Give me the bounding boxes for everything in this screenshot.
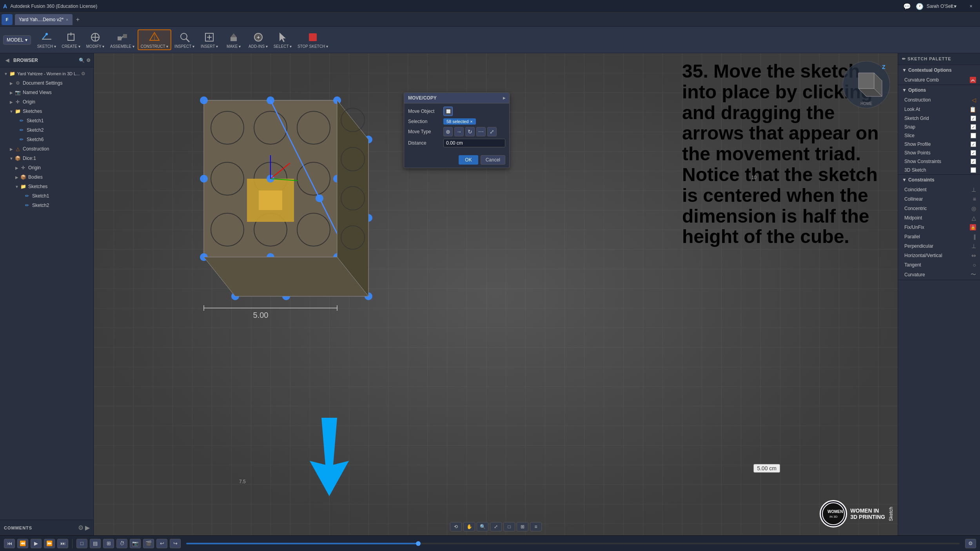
active-tab[interactable]: Yard Yah....Demo v2* × [15,14,73,25]
sidebar-item-sketches[interactable]: ▼ 📁 Sketches [0,107,94,116]
move-more-icon[interactable]: ⋯ [476,127,486,136]
maximize-button[interactable]: □ [944,0,962,13]
sidebar-item-origin[interactable]: ▶ ✛ Origin [0,97,94,107]
minimize-button[interactable]: – [926,0,944,13]
sidebar-item-named-views[interactable]: ▶ 📷 Named Views [0,88,94,97]
options-title[interactable]: ▼ Options [898,85,980,95]
clear-selection-icon[interactable]: × [470,119,472,124]
sidebar-item-sketch2a[interactable]: ✏ Sketch2 [0,125,94,135]
collinear-icon[interactable]: ≡ [973,196,976,202]
toolbar-modify[interactable]: MODIFY ▾ [83,30,107,49]
toolbar-construct[interactable]: CONSTRUCT ▾ [138,29,171,50]
fit-icon[interactable]: ⤢ [490,522,502,531]
settings-icon[interactable]: ⚙ [81,71,85,76]
dialog-title-bar[interactable]: MOVE/COPY ▸ [404,93,509,103]
move-free-icon[interactable]: ⊕ [443,127,453,136]
timeline-btn-4[interactable]: ⏱ [116,539,127,548]
timeline-btn-8[interactable]: ↪ [170,539,181,548]
notifications-icon[interactable]: 💬 [902,1,913,12]
sidebar-item-sketch1a[interactable]: ✏ Sketch1 [0,116,94,125]
viewport[interactable]: 5.00 35. Move the sketch into place by c… [94,53,898,535]
model-dropdown[interactable]: MODEL ▾ [3,35,31,45]
timeline-btn-6[interactable]: 🎬 [143,539,154,548]
play-prev-button[interactable]: ⏪ [17,539,28,548]
sidebar-item-sketch2b[interactable]: ✏ Sketch2 [0,201,94,210]
play-next-button[interactable]: ⏩ [44,539,55,548]
close-button[interactable]: × [962,0,980,13]
comments-expand-icon[interactable]: ⚙ [78,524,83,531]
toolbar-assemble[interactable]: ASSEMBLE ▾ [108,30,137,49]
pan-icon[interactable]: ✋ [463,522,475,531]
move-expand-icon[interactable]: ⤢ [487,127,497,136]
horiz-vert-icon[interactable]: ⇔ [971,252,976,259]
view-gizmo[interactable]: Z HOME [843,61,890,108]
timeline-btn-1[interactable]: □ [76,539,87,548]
display-icon[interactable]: □ [503,522,515,531]
sidebar-item-dice1[interactable]: ▼ 📦 Dice:1 [0,154,94,163]
sidebar-item-sketches2[interactable]: ▼ 📁 Sketches [0,182,94,191]
sidebar-item-construction[interactable]: ▶ △ Construction [0,144,94,154]
look-at-icon[interactable]: 📋 [969,106,976,112]
perpendicular-icon[interactable]: ⊥ [971,243,976,249]
show-profile-checkbox[interactable] [971,141,976,147]
browser-settings-icon[interactable]: ⚙ [86,58,91,63]
sidebar-item-sketch1b[interactable]: ✏ Sketch1 [0,191,94,201]
orbit-icon[interactable]: ⟲ [450,522,462,531]
dialog-collapse-icon[interactable]: ▸ [503,95,505,101]
toolbar-create[interactable]: CREATE ▾ [59,30,83,49]
sidebar-item-bodies[interactable]: ▶ 📦 Bodies [0,172,94,182]
toolbar-addins[interactable]: + ADD-INS ▾ [246,30,270,49]
toolbar-make[interactable]: MAKE ▾ [222,30,245,49]
midpoint-icon[interactable]: △ [972,215,976,221]
show-constraints-checkbox[interactable] [971,159,976,164]
constraints-title[interactable]: ▼ Constraints [898,175,980,185]
curvature-comb-icon[interactable] [970,77,976,83]
timeline-btn-3[interactable]: ⊞ [103,539,114,548]
tangent-icon[interactable]: ○ [973,262,976,268]
zoom-icon[interactable]: 🔍 [477,522,488,531]
browser-search-icon[interactable]: 🔍 [79,58,85,63]
more-display-icon[interactable]: ≡ [530,522,542,531]
clock-icon[interactable]: 🕐 [914,1,925,12]
ok-button[interactable]: OK [459,155,478,165]
dimension-label-bottom[interactable]: 5.00 cm [753,464,780,473]
toolbar-select[interactable]: SELECT ▾ [271,30,294,49]
fix-unfix-icon[interactable]: 🔒 [970,224,976,230]
timeline-track[interactable] [186,543,960,544]
sketch-grid-checkbox[interactable] [971,116,976,121]
3d-sketch-checkbox[interactable] [971,167,976,173]
sidebar-item-sketch6[interactable]: ✏ Sketch6 [0,135,94,144]
concentric-icon[interactable]: ◎ [971,205,976,212]
timeline-cursor[interactable] [416,541,421,546]
snap-checkbox[interactable] [971,124,976,130]
toolbar-inspect[interactable]: INSPECT ▾ [172,30,197,49]
toolbar-sketch[interactable]: SKETCH ▾ [35,30,58,49]
toolbar-insert[interactable]: INSERT ▾ [198,30,221,49]
construction-arrow-icon[interactable]: ◁ [972,97,976,103]
sidebar-item-root[interactable]: ▼ 📁 Yard Yahtzee - Women in 3D L... ⚙ [0,69,94,78]
distance-input[interactable]: 0.00 cm [443,139,505,147]
show-points-checkbox[interactable] [971,150,976,156]
play-start-button[interactable]: ⏮ [4,539,15,548]
move-object-icon-btn[interactable]: 🔲 [443,107,453,116]
coincident-icon[interactable]: ⊥ [971,187,976,193]
curvature-constraint-icon[interactable]: 〜 [971,271,976,278]
tab-close-button[interactable]: × [66,17,68,22]
play-button[interactable]: ▶ [31,539,42,548]
sidebar-item-doc-settings[interactable]: ▶ ⚙ Document Settings [0,78,94,88]
cancel-button[interactable]: Cancel [481,155,505,165]
browser-expand-icon[interactable]: ◀ [3,56,11,64]
selection-badge[interactable]: 58 selected × [443,118,476,125]
new-tab-button[interactable]: + [73,15,83,24]
timeline-btn-5[interactable]: 📷 [130,539,141,548]
grid-toggle-icon[interactable]: ⊞ [517,522,528,531]
toolbar-stopsketch[interactable]: STOP SKETCH ▾ [295,30,330,49]
move-rotate-icon[interactable]: ↻ [465,127,475,136]
slice-checkbox[interactable] [971,133,976,138]
move-along-icon[interactable]: → [454,127,464,136]
parallel-icon[interactable]: ∥ [973,234,976,240]
contextual-options-title[interactable]: ▼ Contextual Options [898,65,980,75]
comments-arrow-icon[interactable]: ▶ [85,524,90,531]
play-end-button[interactable]: ⏭ [57,539,68,548]
sidebar-item-origin2[interactable]: ▶ ✛ Origin [0,163,94,172]
